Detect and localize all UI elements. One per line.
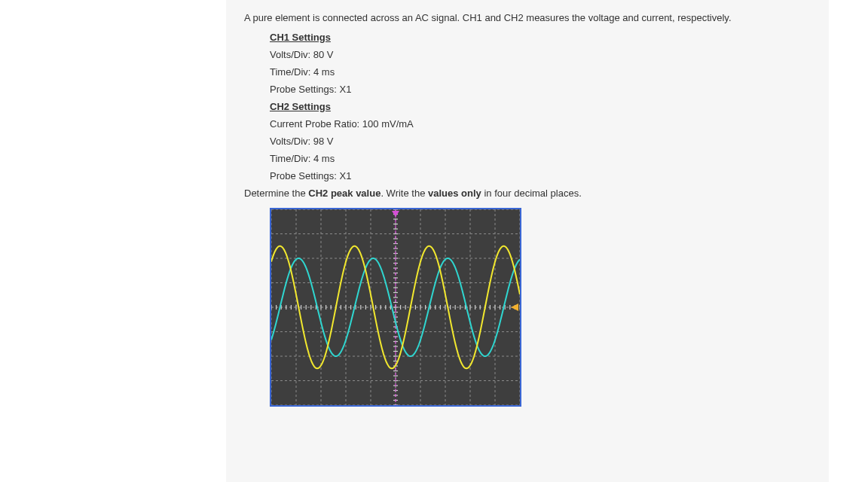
svg-marker-113	[392, 211, 399, 217]
ch1-probe: Probe Settings: X1	[270, 84, 811, 95]
ch2-title: CH2 Settings	[270, 101, 811, 112]
settings-block: CH1 Settings Volts/Div: 80 V Time/Div: 4…	[270, 32, 811, 181]
ch1-time: Time/Div: 4 ms	[270, 66, 811, 78]
q-emph2: values only	[428, 188, 481, 199]
ch2-probe: Probe Settings: X1	[270, 170, 811, 181]
q-pre: Determine the	[244, 188, 308, 199]
q-post: in four decimal places.	[481, 188, 582, 199]
ch1-title: CH1 Settings	[270, 32, 811, 43]
question-panel: A pure element is connected across an AC…	[226, 0, 829, 482]
scope-svg	[271, 209, 520, 405]
svg-marker-114	[511, 303, 518, 311]
ch2-time: Time/Div: 4 ms	[270, 153, 811, 164]
ch1-volts: Volts/Div: 80 V	[270, 49, 811, 60]
question-text: Determine the CH2 peak value. Write the …	[244, 188, 811, 199]
oscilloscope-display	[270, 208, 521, 407]
q-mid: . Write the	[381, 188, 428, 199]
ch2-volts: Volts/Div: 98 V	[270, 136, 811, 147]
q-emph1: CH2 peak value	[308, 188, 381, 199]
ch2-ratio: Current Probe Ratio: 100 mV/mA	[270, 118, 811, 130]
intro-text: A pure element is connected across an AC…	[244, 11, 811, 26]
